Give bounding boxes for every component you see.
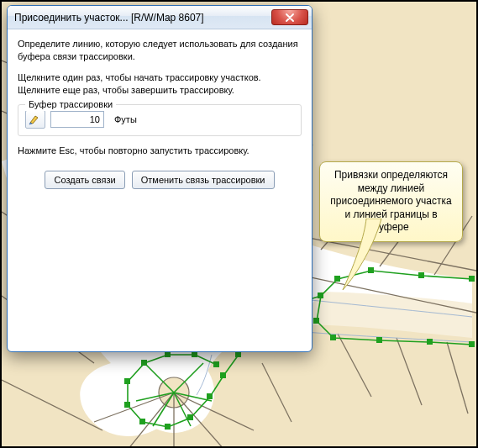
trace-tool-button[interactable] bbox=[25, 110, 45, 129]
create-links-button[interactable]: Создать связи bbox=[45, 171, 124, 189]
join-parcel-dialog: Присоединить участок... [R/W/Map 8607] О… bbox=[7, 5, 313, 352]
svg-rect-23 bbox=[418, 272, 424, 278]
cancel-trace-link-button[interactable]: Отменить связь трассировки bbox=[132, 171, 275, 189]
close-button[interactable] bbox=[271, 9, 308, 25]
svg-rect-45 bbox=[213, 361, 219, 367]
svg-rect-27 bbox=[313, 318, 319, 324]
svg-rect-34 bbox=[235, 351, 241, 357]
svg-rect-41 bbox=[124, 378, 130, 384]
buffer-value-input[interactable] bbox=[50, 111, 104, 128]
close-icon bbox=[285, 13, 295, 22]
svg-rect-44 bbox=[192, 351, 197, 357]
trace-pencil-icon bbox=[29, 113, 42, 125]
dialog-title: Присоединить участок... [R/W/Map 8607] bbox=[14, 12, 271, 24]
trace-buffer-group: Буфер трассировки Футы bbox=[18, 104, 302, 136]
svg-rect-43 bbox=[165, 351, 171, 357]
svg-rect-30 bbox=[427, 339, 433, 345]
instruction-text-1: Определите линию, которую следует исполь… bbox=[18, 38, 302, 63]
svg-rect-42 bbox=[141, 360, 147, 366]
units-label: Футы bbox=[114, 113, 137, 126]
titlebar[interactable]: Присоединить участок... [R/W/Map 8607] bbox=[8, 6, 312, 29]
svg-rect-28 bbox=[330, 335, 336, 340]
svg-rect-22 bbox=[469, 276, 475, 282]
svg-rect-36 bbox=[207, 393, 213, 399]
instruction-text-2: Щелкните один раз, чтобы начать трассиро… bbox=[18, 71, 302, 97]
group-label: Буфер трассировки bbox=[25, 98, 116, 111]
svg-rect-37 bbox=[187, 414, 193, 420]
dialog-body: Определите линию, которую следует исполь… bbox=[8, 29, 312, 199]
svg-rect-40 bbox=[124, 402, 130, 408]
svg-rect-38 bbox=[165, 424, 171, 430]
esc-hint: Нажмите Esc, чтобы повторно запустить тр… bbox=[18, 145, 302, 157]
svg-rect-35 bbox=[220, 372, 226, 378]
svg-rect-26 bbox=[318, 293, 323, 298]
svg-rect-39 bbox=[139, 419, 145, 424]
svg-rect-25 bbox=[334, 276, 340, 282]
svg-rect-29 bbox=[376, 337, 382, 343]
svg-rect-31 bbox=[469, 341, 475, 347]
